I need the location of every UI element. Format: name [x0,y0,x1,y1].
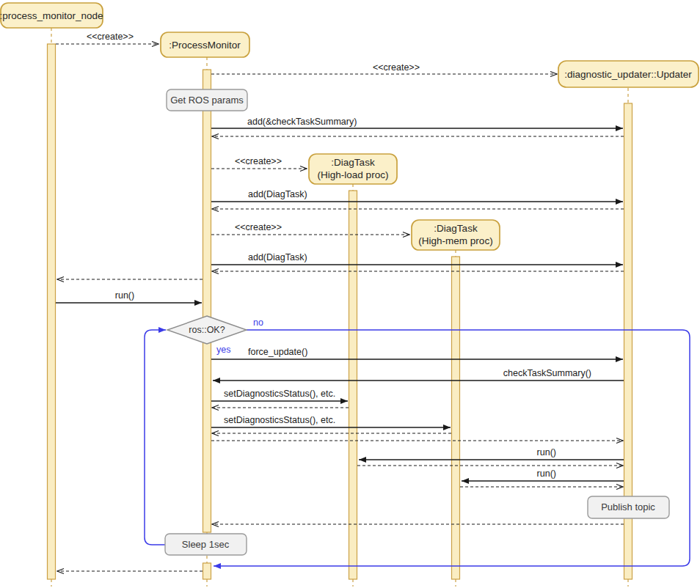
label-add-diag-task-1: add(DiagTask) [248,189,307,199]
label-force-update: force_update() [248,347,307,357]
label-run-task-2: run() [537,468,556,479]
note-label-publish-topic: Publish topic [601,501,655,512]
label-run-main: run() [115,290,134,301]
label-add-diag-task-2: add(DiagTask) [248,252,307,262]
label-add-check-task-summary: add(&checkTaskSummary) [247,117,357,127]
sequence-diagram-canvas: :process_monitor_node :ProcessMonitor :d… [0,0,700,588]
loop-back-line [145,330,166,545]
participant-label-diag-task-load-1: :DiagTask [331,157,375,168]
label-create-diag-task-mem: <<create>> [235,222,282,232]
activation-process-monitor-node [48,44,56,579]
label-set-diag-status-2: setDiagnosticsStatus(), etc. [224,415,335,425]
message-labels: <<create>> <<create>> add(&checkTaskSumm… [87,32,591,479]
activation-process-monitor [203,70,211,532]
condition-no-label: no [253,317,263,328]
note-label-get-ros-params: Get ROS params [170,95,244,106]
note-label-sleep-1sec: Sleep 1sec [182,539,230,550]
label-create-diag-task-load: <<create>> [235,156,282,166]
label-create-process-monitor: <<create>> [87,32,134,42]
participant-label-diag-task-mem-1: :DiagTask [434,223,478,234]
label-set-diag-status-1: setDiagnosticsStatus(), etc. [224,389,335,399]
label-check-task-summary: checkTaskSummary() [503,368,591,378]
condition-yes-label: yes [216,345,230,355]
participant-label-process-monitor-node: :process_monitor_node [0,10,103,21]
sequence-diagram: :process_monitor_node :ProcessMonitor :d… [0,0,700,588]
participant-label-diag-task-load-2: (High-load proc) [318,169,389,180]
label-create-updater: <<create>> [373,62,420,73]
lifelines [51,28,628,587]
participant-label-updater: :diagnostic_updater::Updater [564,69,692,80]
activation-diag-task-mem [452,257,460,579]
participant-label-diag-task-mem-2: (High-mem proc) [418,235,492,246]
activation-process-monitor-2 [203,563,211,579]
label-run-task-1: run() [537,447,556,457]
loop-flow [145,330,690,566]
activation-diag-task-load [349,191,357,579]
condition-label: ros::OK? [189,325,225,335]
participant-label-process-monitor: :ProcessMonitor [169,40,241,51]
